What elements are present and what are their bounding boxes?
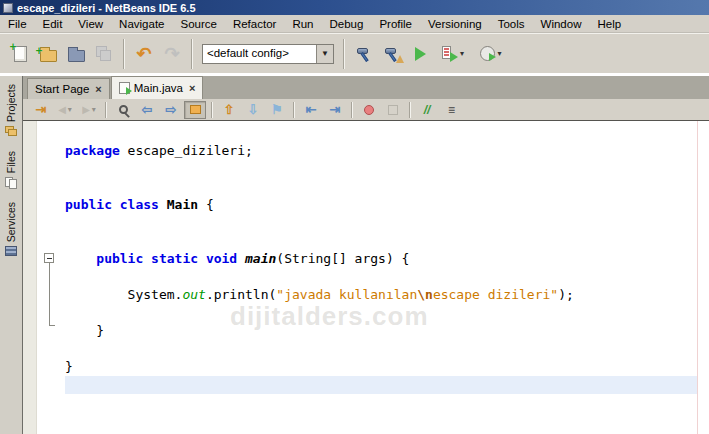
config-selector-value: <default config> bbox=[203, 45, 316, 63]
code-editor[interactable]: dijitalders.com package escape_dizileri;… bbox=[23, 121, 709, 434]
editor-gutter[interactable] bbox=[23, 121, 37, 434]
jump-last-edit-icon: ⇥ bbox=[36, 102, 47, 117]
comment-icon: // bbox=[424, 103, 431, 117]
menu-tools[interactable]: Tools bbox=[490, 17, 533, 31]
undo-button[interactable]: ↶ bbox=[130, 39, 158, 69]
toolbar-separator bbox=[191, 39, 193, 69]
back-icon: ◀ bbox=[58, 104, 66, 115]
code-line[interactable]: } bbox=[65, 322, 104, 340]
profile-icon bbox=[480, 46, 495, 61]
debug-icon bbox=[442, 46, 458, 62]
menu-run[interactable]: Run bbox=[284, 17, 321, 31]
stop-macro-recording-button[interactable] bbox=[382, 101, 404, 119]
java-main-class-icon bbox=[119, 82, 130, 94]
chevron-down-icon[interactable]: ▾ bbox=[460, 49, 464, 58]
config-selector[interactable]: <default config> ▼ bbox=[202, 44, 334, 64]
start-macro-recording-button[interactable] bbox=[358, 101, 380, 119]
forward-button[interactable]: ▶ ▾ bbox=[78, 101, 100, 119]
watermark: dijitalders.com bbox=[230, 301, 429, 332]
new-file-button[interactable]: + bbox=[6, 39, 34, 69]
config-selector-dropdown-button[interactable]: ▼ bbox=[316, 45, 333, 63]
redo-icon: ↷ bbox=[164, 46, 179, 62]
netbeans-window: escape_dizileri - NetBeans IDE 6.5 File … bbox=[0, 0, 709, 434]
editor-toolbar-separator bbox=[105, 102, 107, 118]
clean-build-icon bbox=[383, 46, 401, 62]
toggle-highlight-search-button[interactable] bbox=[184, 101, 206, 119]
services-icon bbox=[5, 246, 17, 256]
tab-main-java[interactable]: Main.java × bbox=[111, 76, 204, 99]
chevron-down-icon: ▼ bbox=[321, 49, 329, 58]
menu-file[interactable]: File bbox=[0, 17, 35, 31]
new-project-icon: + bbox=[40, 50, 57, 62]
menu-view[interactable]: View bbox=[70, 17, 111, 31]
shift-left-icon: ⇤ bbox=[306, 102, 317, 117]
highlight-search-icon bbox=[190, 105, 201, 114]
menu-versioning[interactable]: Versioning bbox=[420, 17, 490, 31]
menu-profile[interactable]: Profile bbox=[371, 17, 420, 31]
sidebar-item-files[interactable]: Files bbox=[5, 147, 18, 192]
chevron-down-icon[interactable]: ▾ bbox=[497, 49, 501, 58]
code-line[interactable]: public static void main(String[] args) { bbox=[65, 250, 409, 268]
close-icon[interactable]: × bbox=[189, 82, 195, 94]
find-previous-button[interactable]: ⇦ bbox=[136, 101, 158, 119]
back-button[interactable]: ◀ ▾ bbox=[54, 101, 76, 119]
sidebar-item-services[interactable]: Services bbox=[5, 198, 17, 260]
netbeans-cube-icon bbox=[3, 3, 13, 13]
close-icon[interactable]: × bbox=[95, 83, 101, 95]
next-bookmark-icon: ⇩ bbox=[248, 102, 259, 117]
find-button[interactable] bbox=[112, 101, 134, 119]
uncomment-button[interactable]: ≡ bbox=[440, 101, 462, 119]
bookmark-flag-icon: ⚑ bbox=[271, 102, 283, 117]
new-project-button[interactable]: + bbox=[34, 39, 62, 69]
code-line[interactable]: public class Main { bbox=[65, 196, 214, 214]
record-macro-icon bbox=[364, 105, 374, 115]
find-previous-icon: ⇦ bbox=[142, 102, 153, 117]
toggle-bookmark-button[interactable]: ⚑ bbox=[266, 101, 288, 119]
code-fold-toggle[interactable] bbox=[44, 253, 54, 263]
menu-bar: File Edit View Navigate Source Refactor … bbox=[0, 15, 709, 33]
search-icon bbox=[119, 105, 128, 114]
find-next-button[interactable]: ⇨ bbox=[160, 101, 182, 119]
shift-line-left-button[interactable]: ⇤ bbox=[300, 101, 322, 119]
menu-refactor[interactable]: Refactor bbox=[225, 17, 284, 31]
next-bookmark-button[interactable]: ⇩ bbox=[242, 101, 264, 119]
save-all-button[interactable] bbox=[90, 39, 118, 69]
menu-window[interactable]: Window bbox=[533, 17, 590, 31]
undo-icon: ↶ bbox=[136, 46, 151, 62]
code-line[interactable]: package escape_dizileri; bbox=[65, 142, 253, 160]
build-project-button[interactable] bbox=[350, 39, 378, 69]
chevron-down-icon: ▾ bbox=[68, 105, 72, 114]
build-hammer-icon bbox=[355, 46, 373, 62]
tab-start-page[interactable]: Start Page × bbox=[27, 78, 110, 99]
code-line[interactable]: System.out.println("javada kullanılan\ne… bbox=[65, 286, 574, 304]
previous-bookmark-button[interactable]: ⇧ bbox=[218, 101, 240, 119]
previous-bookmark-icon: ⇧ bbox=[224, 102, 235, 117]
open-project-icon bbox=[68, 50, 85, 62]
menu-navigate[interactable]: Navigate bbox=[111, 17, 172, 31]
document-tab-row: Start Page × Main.java × bbox=[23, 76, 709, 99]
toolbar-separator bbox=[123, 39, 125, 69]
title-bar[interactable]: escape_dizileri - NetBeans IDE 6.5 bbox=[0, 0, 709, 15]
menu-edit[interactable]: Edit bbox=[35, 17, 71, 31]
open-project-button[interactable] bbox=[62, 39, 90, 69]
sidebar-services-label: Services bbox=[5, 202, 17, 242]
profile-project-button[interactable]: ▾ bbox=[472, 39, 510, 69]
editor-toolbar-separator bbox=[293, 102, 295, 118]
menu-debug[interactable]: Debug bbox=[321, 17, 371, 31]
run-project-button[interactable] bbox=[406, 39, 434, 69]
left-sidebar: Projects Files Services bbox=[0, 76, 23, 434]
stop-macro-icon bbox=[388, 105, 398, 115]
code-line[interactable]: } bbox=[65, 358, 73, 376]
right-margin-line bbox=[697, 121, 698, 434]
shift-line-right-button[interactable]: ⇥ bbox=[324, 101, 346, 119]
sidebar-projects-label: Projects bbox=[5, 84, 17, 122]
menu-help[interactable]: Help bbox=[589, 17, 629, 31]
tab-start-page-label: Start Page bbox=[35, 83, 89, 95]
menu-source[interactable]: Source bbox=[172, 17, 224, 31]
debug-project-button[interactable]: ▾ bbox=[434, 39, 472, 69]
clean-and-build-button[interactable] bbox=[378, 39, 406, 69]
redo-button[interactable]: ↷ bbox=[158, 39, 186, 69]
jump-last-edit-button[interactable]: ⇥ bbox=[30, 101, 52, 119]
sidebar-item-projects[interactable]: Projects bbox=[5, 80, 18, 141]
comment-button[interactable]: // bbox=[416, 101, 438, 119]
